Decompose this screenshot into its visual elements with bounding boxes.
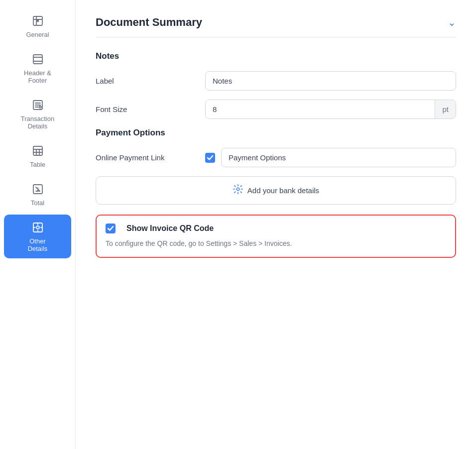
notes-section-title: Notes: [96, 51, 456, 61]
other-details-icon: [31, 221, 45, 234]
bank-details-button-label: Add your bank details: [247, 186, 319, 195]
total-icon: Σ: [31, 182, 45, 196]
notes-section: Notes Label Font Size pt: [96, 51, 456, 119]
svg-text:Σ: Σ: [37, 187, 40, 192]
sidebar-item-total-label: Total: [31, 199, 44, 207]
sidebar-item-header-footer[interactable]: Header &Footer: [4, 46, 71, 90]
sidebar-item-table[interactable]: Table: [4, 138, 71, 174]
svg-point-8: [39, 106, 41, 108]
header-footer-icon: [31, 52, 45, 66]
section-divider: [96, 37, 456, 37]
sidebar-item-table-label: Table: [30, 161, 45, 168]
payment-options-title: Payment Options: [96, 128, 456, 138]
sidebar-item-transaction-details[interactable]: TransactionDetails: [4, 92, 71, 136]
online-payment-checkbox[interactable]: [205, 153, 215, 163]
font-size-suffix: pt: [435, 100, 456, 118]
payment-options-section: Payment Options Online Payment Link Add …: [96, 128, 456, 205]
add-bank-details-button[interactable]: Add your bank details: [96, 176, 456, 205]
online-payment-label: Online Payment Link: [96, 153, 205, 162]
label-field-label: Label: [96, 77, 205, 85]
gear-icon: [233, 184, 243, 197]
table-icon: [31, 144, 45, 158]
font-size-input[interactable]: [206, 100, 435, 118]
svg-rect-1: [33, 55, 42, 64]
sidebar-item-header-footer-label: Header &Footer: [24, 69, 51, 84]
qr-code-section: Show Invoice QR Code To configure the QR…: [96, 215, 456, 258]
document-summary-header: Document Summary ⌄: [96, 16, 456, 29]
qr-header: Show Invoice QR Code: [106, 224, 446, 233]
transaction-details-icon: [31, 98, 45, 112]
svg-point-0: [37, 20, 38, 22]
qr-code-title: Show Invoice QR Code: [126, 224, 214, 233]
online-payment-row: Online Payment Link: [96, 148, 456, 167]
label-input[interactable]: [205, 71, 456, 91]
main-content: Document Summary ⌄ Notes Label Font Size…: [76, 0, 476, 449]
svg-point-22: [237, 188, 239, 191]
svg-point-17: [36, 226, 39, 229]
font-size-row: Font Size pt: [96, 100, 456, 119]
chevron-down-icon[interactable]: ⌄: [448, 16, 456, 28]
sidebar-item-other-details[interactable]: OtherDetails: [4, 215, 71, 258]
sidebar: General Header &Footer TransactionDetail…: [0, 0, 76, 449]
qr-code-description: To configure the QR code, go to Settings…: [106, 238, 446, 249]
sidebar-item-other-details-label: OtherDetails: [28, 237, 48, 252]
sidebar-item-general-label: General: [26, 31, 49, 38]
document-summary-title: Document Summary: [96, 16, 202, 29]
qr-code-checkbox[interactable]: [106, 224, 116, 233]
general-icon: [31, 14, 45, 28]
sidebar-item-transaction-details-label: TransactionDetails: [21, 115, 54, 130]
font-size-input-group: pt: [205, 100, 456, 119]
font-size-label: Font Size: [96, 105, 205, 113]
sidebar-item-general[interactable]: General: [4, 8, 71, 44]
sidebar-item-total[interactable]: Σ Total: [4, 176, 71, 213]
label-row: Label: [96, 71, 456, 91]
svg-rect-9: [33, 146, 42, 155]
payment-options-input[interactable]: [221, 148, 456, 167]
